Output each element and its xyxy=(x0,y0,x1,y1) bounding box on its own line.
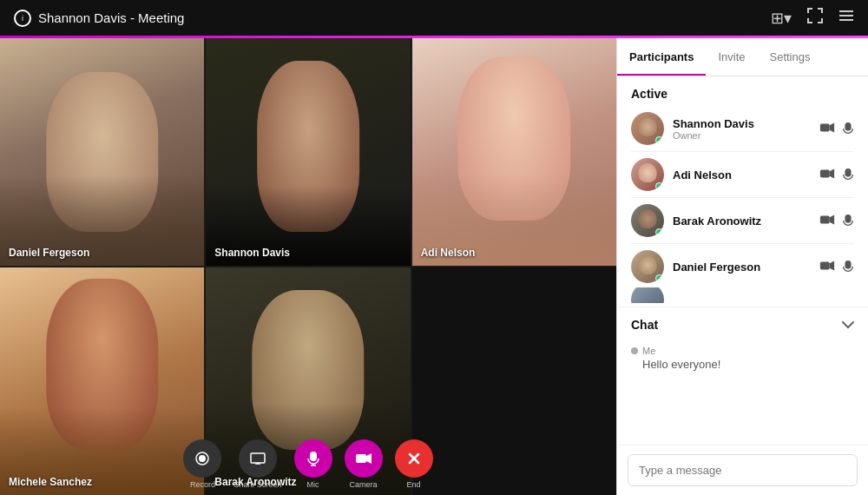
participant-row-extra xyxy=(631,287,854,303)
svg-rect-18 xyxy=(820,170,830,178)
record-button[interactable]: Record xyxy=(183,439,221,489)
divider-1 xyxy=(631,151,854,152)
video-cell-shannon: Shannon Davis xyxy=(206,38,410,266)
participant-controls-adi xyxy=(819,168,854,182)
svg-marker-25 xyxy=(830,261,834,271)
avatar-daniel xyxy=(631,250,664,283)
video-row-top: Daniel Fergeson Shannon Davis xyxy=(0,38,616,266)
participant-name-shannon: Shannon Davis xyxy=(673,117,811,130)
mic-button[interactable]: Mic xyxy=(294,439,332,489)
mic-icon-shannon xyxy=(842,122,854,135)
divider-2 xyxy=(631,197,854,198)
participant-info-daniel: Daniel Fergeson xyxy=(673,261,811,274)
avatar-barak xyxy=(631,204,664,237)
active-section-label: Active xyxy=(631,87,854,101)
svg-rect-5 xyxy=(251,453,265,463)
sidebar: Participants Invite Settings Active Shan… xyxy=(616,38,868,495)
online-dot-barak xyxy=(655,228,663,236)
participant-controls-barak xyxy=(819,214,854,228)
camera-label: Camera xyxy=(350,480,378,489)
svg-rect-11 xyxy=(356,454,366,463)
svg-marker-16 xyxy=(830,123,834,133)
online-dot xyxy=(655,136,663,144)
grid-view-icon[interactable]: ⊞▾ xyxy=(771,9,792,28)
chat-input[interactable] xyxy=(628,454,858,486)
chevron-down-icon xyxy=(842,320,854,329)
sidebar-tabs: Participants Invite Settings xyxy=(617,38,868,76)
share-screen-button[interactable]: Share Screen xyxy=(233,439,281,489)
video-grid: Daniel Fergeson Shannon Davis xyxy=(0,38,616,495)
camera-icon-shannon xyxy=(819,122,835,134)
participant-role-shannon: Owner xyxy=(673,130,811,141)
record-label: Record xyxy=(190,480,215,489)
svg-rect-26 xyxy=(845,261,851,269)
svg-rect-21 xyxy=(820,216,830,224)
meeting-icon: i xyxy=(14,10,31,27)
chat-message-1: Me Hello everyone! xyxy=(631,346,854,371)
chat-messages: Me Hello everyone! xyxy=(617,342,868,386)
online-dot-daniel xyxy=(655,274,663,282)
divider-3 xyxy=(631,243,854,244)
svg-rect-8 xyxy=(310,452,317,461)
participant-info-barak: Barak Aronowitz xyxy=(673,214,811,228)
camera-icon-barak xyxy=(819,214,835,226)
camera-icon-daniel xyxy=(819,260,835,272)
chat-title: Chat xyxy=(631,318,658,332)
participant-name-adi: Adi Nelson xyxy=(673,168,811,182)
svg-rect-15 xyxy=(820,124,830,132)
avatar-extra xyxy=(631,287,664,303)
svg-rect-20 xyxy=(845,168,851,177)
video-label-daniel: Daniel Fergeson xyxy=(9,247,89,259)
participant-info-adi: Adi Nelson xyxy=(673,168,811,182)
mic-icon-adi xyxy=(842,168,854,182)
participant-controls-daniel xyxy=(819,260,854,274)
mic-icon-barak xyxy=(842,214,854,228)
avatar-adi xyxy=(631,158,664,191)
svg-rect-23 xyxy=(845,214,851,223)
participant-row-shannon: Shannon Davis Owner xyxy=(631,108,854,149)
participant-controls-shannon xyxy=(819,122,854,135)
video-cell-daniel: Daniel Fergeson xyxy=(0,38,204,266)
tab-participants[interactable]: Participants xyxy=(617,38,706,76)
fullscreen-icon[interactable] xyxy=(807,8,823,28)
chat-sender-1: Me xyxy=(631,346,854,356)
svg-point-4 xyxy=(199,455,206,462)
share-screen-label: Share Screen xyxy=(233,480,281,489)
svg-marker-22 xyxy=(830,215,834,225)
participants-section: Active Shannon Davis Owner xyxy=(617,76,868,303)
camera-icon-adi xyxy=(819,168,835,180)
tab-invite[interactable]: Invite xyxy=(706,38,757,76)
main-content: Daniel Fergeson Shannon Davis xyxy=(0,38,868,495)
bottom-controls: Record Share Screen Mic Ca xyxy=(0,432,616,495)
svg-rect-24 xyxy=(820,262,830,270)
more-options-icon[interactable] xyxy=(838,8,854,28)
svg-marker-12 xyxy=(366,453,372,464)
chat-header[interactable]: Chat xyxy=(617,307,868,342)
svg-rect-17 xyxy=(845,122,851,131)
meeting-title-area: i Shannon Davis - Meeting xyxy=(14,10,184,27)
online-dot-adi xyxy=(655,182,663,190)
top-bar: i Shannon Davis - Meeting ⊞▾ xyxy=(0,0,868,38)
meeting-title: Shannon Davis - Meeting xyxy=(38,10,184,25)
video-area: Daniel Fergeson Shannon Davis xyxy=(0,38,616,495)
top-bar-controls: ⊞▾ xyxy=(771,8,854,28)
end-label: End xyxy=(407,480,421,489)
video-cell-adi: Adi Nelson xyxy=(412,38,616,266)
tab-settings[interactable]: Settings xyxy=(758,38,823,76)
svg-marker-19 xyxy=(830,169,834,179)
video-label-adi: Adi Nelson xyxy=(421,247,476,259)
participant-row-adi: Adi Nelson xyxy=(631,154,854,195)
camera-button[interactable]: Camera xyxy=(345,439,383,489)
avatar-shannon xyxy=(631,112,664,145)
chat-section: Chat Me Hello everyone! xyxy=(617,307,868,386)
mic-label: Mic xyxy=(307,480,319,489)
chat-text-1: Hello everyone! xyxy=(631,358,854,371)
participant-row-barak: Barak Aronowitz xyxy=(631,200,854,241)
mic-icon-daniel xyxy=(842,260,854,274)
video-label-shannon: Shannon Davis xyxy=(214,247,290,259)
participant-name-barak: Barak Aronowitz xyxy=(673,214,811,228)
chat-input-area xyxy=(617,445,868,495)
participant-info-shannon: Shannon Davis Owner xyxy=(673,117,811,141)
end-button[interactable]: End xyxy=(395,439,433,489)
participant-name-daniel: Daniel Fergeson xyxy=(673,261,811,274)
